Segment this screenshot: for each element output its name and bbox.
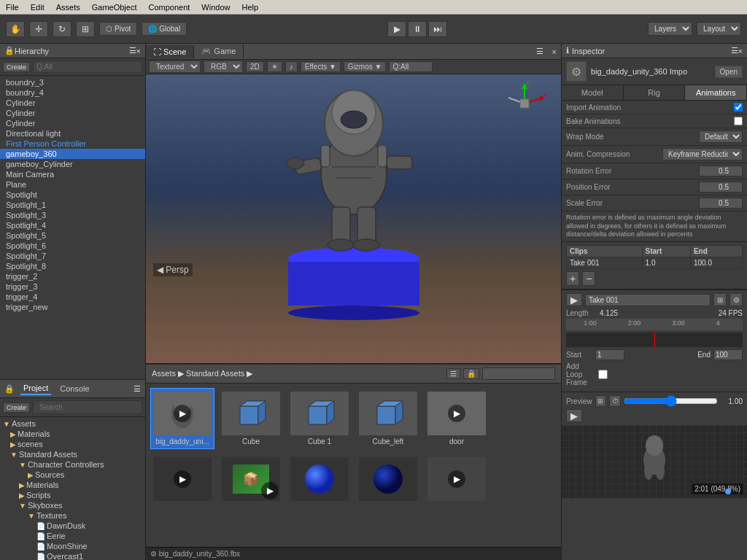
asset-sphere-blue[interactable] xyxy=(287,454,352,507)
hier-triggernew[interactable]: trigger_new xyxy=(0,302,145,312)
anim-play-btn[interactable]: ▶ xyxy=(566,293,582,306)
anim-icon-btn1[interactable]: ⊞ xyxy=(713,293,727,306)
gizmos-btn[interactable]: Gizmos ▼ xyxy=(344,61,387,72)
scene-view[interactable]: ◀ Persp Y X xyxy=(146,74,561,363)
import-anim-checkbox[interactable] xyxy=(734,103,743,112)
rotate-tool[interactable]: ↻ xyxy=(53,21,71,37)
scale-tool[interactable]: ⊞ xyxy=(76,21,95,37)
menu-gameobject[interactable]: GameObject xyxy=(86,3,143,12)
hier-gameboy360[interactable]: gameboy_360 xyxy=(0,149,145,159)
clip-row-take001[interactable]: Take 001 1.0 100.0 xyxy=(567,257,743,269)
tree-scenes[interactable]: ▶ scenes xyxy=(0,439,145,449)
hier-gameboycyl[interactable]: gameboy_Cylinder xyxy=(0,159,145,169)
play-overlay-bigdaddy[interactable]: ▶ xyxy=(174,405,191,422)
hierarchy-create-btn[interactable]: Create xyxy=(3,62,30,72)
hier-trigger2[interactable]: trigger_2 xyxy=(0,271,145,281)
hier-trigger3[interactable]: trigger_3 xyxy=(0,281,145,292)
hierarchy-options[interactable]: ☰ xyxy=(129,46,136,55)
play-overlay-greenbox[interactable]: ▶ xyxy=(261,482,279,499)
anim-timeline[interactable] xyxy=(566,332,743,347)
tree-moonshine[interactable]: 📄 MoonShine xyxy=(0,541,145,551)
hier-boundry3[interactable]: boundry_3 xyxy=(0,77,145,88)
hier-spotlight[interactable]: Spotlight xyxy=(0,190,145,200)
layout-select[interactable]: Layout xyxy=(697,22,741,36)
project-create-btn[interactable]: Create xyxy=(3,402,30,413)
move-tool[interactable]: ✛ xyxy=(29,21,48,37)
tree-materials[interactable]: ▶ Materials xyxy=(0,429,145,439)
menu-help[interactable]: Help xyxy=(236,3,264,12)
menu-component[interactable]: Component xyxy=(142,3,196,12)
hier-trigger4[interactable]: trigger_4 xyxy=(0,292,145,302)
preview-slider[interactable] xyxy=(624,395,718,407)
scene-panel-close[interactable]: × xyxy=(548,45,561,58)
project-search-input[interactable] xyxy=(33,400,142,414)
asset-cube[interactable]: Cube xyxy=(219,388,283,449)
tab-rig[interactable]: Rig xyxy=(624,85,686,100)
asset-bigdaddy[interactable]: ▶ big_daddy_uni... xyxy=(150,388,214,449)
global-btn[interactable]: 🌐 Global xyxy=(142,22,187,36)
hier-cylinder2[interactable]: Cylinder xyxy=(0,108,145,118)
tree-sources[interactable]: ▶ Sources xyxy=(0,470,145,480)
tab-scene[interactable]: ⛶ Scene xyxy=(146,45,194,58)
open-btn[interactable]: Open xyxy=(715,66,743,78)
tree-textures[interactable]: ▼ Textures xyxy=(0,510,145,521)
hier-spotlight1[interactable]: Spotlight_1 xyxy=(0,200,145,210)
hier-spotlight3[interactable]: Spotlight_3 xyxy=(0,210,145,220)
remove-clip-btn[interactable]: − xyxy=(582,271,595,286)
hier-spotlight8[interactable]: Spotlight_8 xyxy=(0,261,145,271)
inspector-options[interactable]: ☰ xyxy=(731,46,738,55)
tree-materials2[interactable]: ▶ Materials xyxy=(0,480,145,490)
preview-options-btn[interactable]: ⊞ xyxy=(595,395,607,407)
inspector-close[interactable]: × xyxy=(738,47,743,55)
asset-video[interactable]: ▶ xyxy=(150,454,214,507)
menu-edit[interactable]: Edit xyxy=(25,3,50,12)
tree-standardassets[interactable]: ▼ Standard Assets xyxy=(0,449,145,459)
rotation-error-input[interactable] xyxy=(699,166,743,176)
hier-maincam[interactable]: Main Camera xyxy=(0,169,145,179)
view-mode-select[interactable]: Textured xyxy=(149,61,201,73)
bake-anim-checkbox[interactable] xyxy=(734,117,743,125)
menu-assets[interactable]: Assets xyxy=(50,3,86,12)
tab-game[interactable]: 🎮 Game xyxy=(194,44,244,58)
hier-plane[interactable]: Plane xyxy=(0,179,145,190)
anim-comp-select[interactable]: Keyframe Reduction xyxy=(662,148,743,160)
tree-overcast[interactable]: 📄 Overcast1 xyxy=(0,551,145,560)
tab-project[interactable]: Project xyxy=(20,382,51,395)
light-btn[interactable]: ☀ xyxy=(267,61,282,72)
play-overlay-empty[interactable]: ▶ xyxy=(448,470,465,488)
tree-skyboxes[interactable]: ▼ Skyboxes xyxy=(0,500,145,510)
wrap-mode-select[interactable]: Default xyxy=(699,131,743,143)
hier-spotlight6[interactable]: Spotlight_6 xyxy=(0,241,145,251)
loop-checkbox[interactable] xyxy=(598,370,608,379)
add-clip-btn[interactable]: + xyxy=(566,271,579,286)
anim-name-input[interactable] xyxy=(585,294,711,306)
pause-button[interactable]: ⏸ xyxy=(408,21,427,37)
menu-window[interactable]: Window xyxy=(196,3,236,12)
pivot-btn[interactable]: ⬡ Pivot xyxy=(99,22,137,36)
effects-btn[interactable]: Effects ▼ xyxy=(301,61,341,72)
asset-door[interactable]: ▶ door xyxy=(425,388,489,449)
asset-sphere-darkblue[interactable] xyxy=(356,454,420,507)
hier-cylinder1[interactable]: Cylinder xyxy=(0,98,145,108)
scene-search[interactable] xyxy=(389,61,433,72)
tab-console[interactable]: Console xyxy=(57,383,92,394)
scale-error-input[interactable] xyxy=(699,198,743,209)
hierarchy-search-input[interactable] xyxy=(33,61,142,73)
layers-select[interactable]: Layers xyxy=(648,22,692,36)
anim-icon-btn2[interactable]: ⚙ xyxy=(729,293,743,306)
play-overlay-door[interactable]: ▶ xyxy=(448,405,465,422)
tab-model[interactable]: Model xyxy=(562,85,624,100)
assets-search-input[interactable] xyxy=(482,368,555,380)
tree-dawndusk[interactable]: 📄 DawnDusk xyxy=(0,521,145,531)
audio-btn[interactable]: ♪ xyxy=(285,61,298,72)
asset-cube1[interactable]: Cube 1 xyxy=(287,388,352,449)
play-button[interactable]: ▶ xyxy=(387,21,406,37)
hier-spotlight5[interactable]: Spotlight_5 xyxy=(0,230,145,241)
preview-play-btn[interactable]: ▶ xyxy=(566,409,582,422)
hier-spotlight4[interactable]: Spotlight_4 xyxy=(0,220,145,230)
tab-animations[interactable]: Animations xyxy=(685,85,747,100)
project-options[interactable]: ☰ xyxy=(133,384,141,394)
hier-spotlight7[interactable]: Spotlight_7 xyxy=(0,251,145,261)
2d-btn[interactable]: 2D xyxy=(246,61,264,72)
hier-dirlight[interactable]: Directional light xyxy=(0,128,145,139)
